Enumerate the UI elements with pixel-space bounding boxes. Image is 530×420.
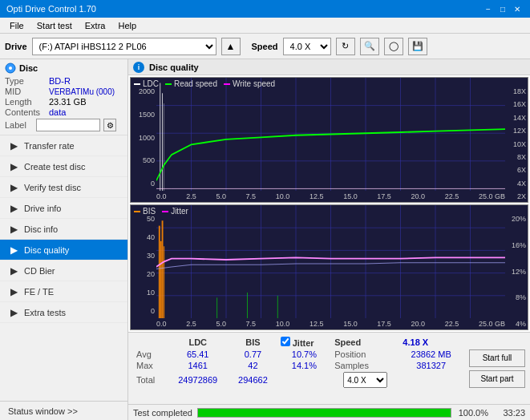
legend-write-speed: Write speed	[224, 79, 275, 88]
drive-select[interactable]: (F:) ATAPI iHBS112 2 PL06	[32, 38, 216, 55]
disc-quality-header-icon: i	[133, 62, 144, 73]
sidebar-item-transfer-rate[interactable]: ▶ Transfer rate	[0, 135, 127, 156]
stats-speed-select[interactable]: 4.0 X	[343, 372, 387, 388]
action-buttons: Start full Start part	[469, 336, 525, 401]
sidebar-item-cd-bier[interactable]: ▶ CD Bier	[0, 260, 127, 281]
ldc-legend-dot	[134, 83, 140, 85]
jitter-header-label: Jitter	[293, 338, 314, 348]
legend-jitter: Jitter	[162, 207, 188, 216]
y2-left-40: 40	[147, 233, 156, 241]
content-area: i Disc quality LDC Read speed	[128, 59, 530, 420]
menu-help[interactable]: Help	[111, 19, 143, 32]
disc-info-icon: ▶	[8, 224, 19, 235]
samples-value: 381327	[399, 360, 463, 371]
disc-info-label: Disc info	[24, 224, 58, 234]
type-value: BD-R	[49, 76, 71, 86]
y-left-1000: 1000	[139, 134, 156, 142]
sidebar-item-disc-info[interactable]: ▶ Disc info	[0, 219, 127, 240]
drivebar: Drive (F:) ATAPI iHBS112 2 PL06 ▲ Speed …	[0, 34, 530, 59]
col-header-speed: Speed	[331, 336, 399, 349]
progress-percent: 100.0%	[456, 408, 488, 418]
drive-label: Drive	[5, 42, 27, 51]
speed-label: Speed	[252, 42, 278, 51]
bis-legend-dot	[134, 211, 140, 212]
samples-label: Samples	[331, 360, 399, 371]
start-part-button[interactable]: Start part	[469, 370, 525, 388]
menu-extra[interactable]: Extra	[79, 19, 112, 32]
col-header-empty	[133, 336, 167, 349]
verify-disc-icon: ▶	[8, 182, 19, 193]
y2-left-20: 20	[147, 270, 156, 278]
read-speed-legend-dot	[165, 83, 172, 85]
chart2-x-axis: 0.0 2.5 5.0 7.5 10.0 12.5 15.0 17.5 20.0…	[156, 318, 505, 329]
disc-length-row: Length 23.31 GB	[5, 97, 123, 107]
disc-type-row: Type BD-R	[5, 76, 123, 86]
write-button[interactable]: ◯	[384, 38, 403, 55]
chart1-y-right: 18X 16X 14X 12X 10X 8X 6X 4X 2X	[505, 78, 528, 202]
stats-area: LDC BIS Jitter Speed 4.18 X	[128, 332, 530, 404]
charts-area: LDC Read speed Write speed 2000 1500	[128, 75, 530, 332]
status-window-link[interactable]: Status window >>	[0, 401, 127, 420]
chart1-x-axis: 0.0 2.5 5.0 7.5 10.0 12.5 15.0 17.5 20.0…	[156, 191, 505, 202]
menu-file[interactable]: File	[3, 19, 30, 32]
sidebar-item-disc-quality[interactable]: ▶ Disc quality	[0, 240, 127, 260]
bis-legend-label: BIS	[143, 207, 156, 216]
y-left-0: 0	[151, 180, 156, 188]
speed-select-cell: 4.0 X	[331, 371, 399, 389]
max-label: Max	[133, 360, 167, 371]
close-button[interactable]: ✕	[511, 3, 524, 14]
col-header-speed-val: 4.18 X	[399, 336, 463, 349]
jitter-legend-label: Jitter	[171, 207, 188, 216]
mid-label: MID	[5, 87, 49, 96]
refresh-speed-button[interactable]: ↻	[336, 38, 355, 55]
fe-te-icon: ▶	[8, 286, 19, 297]
window-controls: − □ ✕	[482, 3, 524, 14]
jitter-checkbox[interactable]	[281, 337, 290, 346]
contents-value: data	[49, 107, 66, 117]
y-left-1500: 1500	[139, 111, 156, 119]
speed-select[interactable]: 4.0 X	[283, 38, 331, 55]
type-label: Type	[5, 76, 49, 86]
chart1-svg	[156, 78, 505, 191]
sidebar: Disc Type BD-R MID VERBATIMu (000) Lengt…	[0, 59, 128, 420]
chart-bis: BIS Jitter 50 40 30 20 10 0	[130, 204, 528, 330]
position-label: Position	[331, 349, 399, 360]
main-area: Disc Type BD-R MID VERBATIMu (000) Lengt…	[0, 59, 530, 420]
menubar: File Start test Extra Help	[0, 18, 530, 34]
fe-te-label: FE / TE	[24, 287, 54, 297]
total-bis: 294662	[229, 371, 277, 389]
transfer-rate-icon: ▶	[8, 140, 19, 151]
sidebar-item-verify-test-disc[interactable]: ▶ Verify test disc	[0, 177, 127, 198]
disc-section-label: Disc	[19, 63, 38, 73]
sidebar-item-fe-te[interactable]: ▶ FE / TE	[0, 281, 127, 302]
legend-bis: BIS	[134, 207, 156, 216]
eject-button[interactable]: ▲	[221, 38, 241, 55]
legend-read-speed: Read speed	[165, 79, 217, 88]
disc-header: Disc	[5, 63, 123, 74]
length-value: 23.31 GB	[49, 97, 86, 107]
progress-time: 33:23	[493, 408, 525, 418]
total-ldc: 24972869	[167, 371, 229, 389]
y2-left-50: 50	[147, 215, 156, 223]
chart1-legend: LDC Read speed Write speed	[134, 79, 275, 88]
scan-button[interactable]: 🔍	[360, 38, 379, 55]
cd-bier-label: CD Bier	[24, 266, 55, 276]
sidebar-item-create-test-disc[interactable]: ▶ Create test disc	[0, 156, 127, 177]
sidebar-item-drive-info[interactable]: ▶ Drive info	[0, 198, 127, 219]
y-left-500: 500	[143, 156, 156, 164]
status-window-label: Status window >>	[8, 406, 78, 416]
write-speed-legend-label: Write speed	[233, 79, 275, 88]
maximize-button[interactable]: □	[496, 3, 509, 14]
disc-mid-row: MID VERBATIMu (000)	[5, 87, 123, 96]
menu-start-test[interactable]: Start test	[30, 19, 79, 32]
y-left-2000: 2000	[139, 87, 156, 95]
ldc-legend-label: LDC	[143, 79, 159, 88]
save-button[interactable]: 💾	[408, 38, 427, 55]
disc-quality-title: Disc quality	[149, 63, 199, 72]
minimize-button[interactable]: −	[482, 3, 495, 14]
label-edit-button[interactable]: ⚙	[103, 119, 116, 131]
disc-quality-header: i Disc quality	[128, 59, 530, 75]
sidebar-item-extra-tests[interactable]: ▶ Extra tests	[0, 302, 127, 323]
start-full-button[interactable]: Start full	[469, 349, 525, 367]
label-input[interactable]	[36, 119, 100, 131]
